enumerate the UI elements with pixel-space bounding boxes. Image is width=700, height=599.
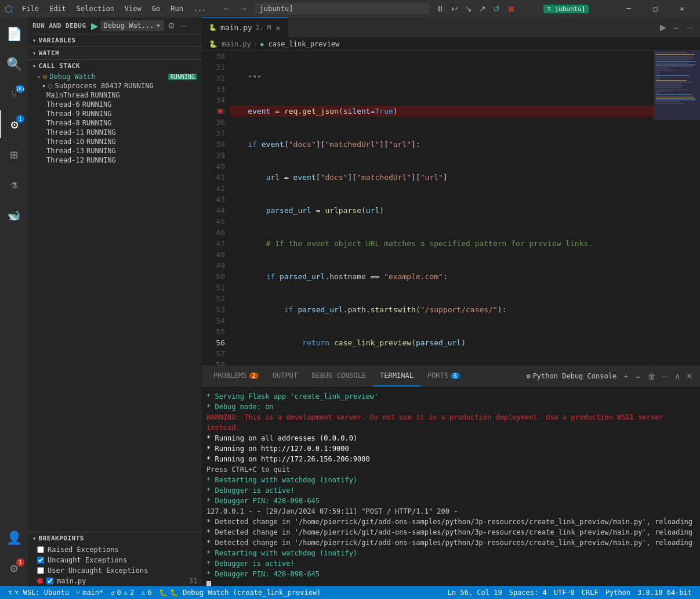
panel-tab-debug-console[interactable]: DEBUG CONSOLE bbox=[304, 366, 373, 387]
nav-back-button[interactable]: ← bbox=[220, 2, 234, 15]
thread12-item[interactable]: Thread-12 RUNNING bbox=[28, 156, 202, 165]
activity-settings[interactable]: ⚙ 1 bbox=[0, 554, 28, 582]
line-number: 32 bbox=[206, 73, 225, 84]
panel-close-button[interactable]: ✕ bbox=[684, 370, 695, 382]
panel-tab-output[interactable]: OUTPUT bbox=[266, 366, 304, 387]
sync-status[interactable]: ↺ 0 ⚠ 2 bbox=[107, 586, 137, 599]
debug-stop-button[interactable]: ⏹ bbox=[505, 3, 517, 15]
file-menu[interactable]: File bbox=[17, 3, 43, 14]
split-terminal-button[interactable]: ⫠ bbox=[632, 370, 644, 382]
edit-menu[interactable]: Edit bbox=[45, 3, 71, 14]
activity-source-control[interactable]: ⑂ 1K+ bbox=[0, 80, 28, 108]
terminal-line-11: 127.0.0.1 - - [29/Jan/2024 07:59:11] "PO… bbox=[206, 506, 695, 517]
arch-status[interactable]: 3.8.10 64-bit bbox=[634, 586, 695, 599]
search-icon: 🔍 bbox=[6, 57, 22, 71]
tab-badge: 2, M bbox=[256, 24, 271, 31]
activity-bottom: 👤 ⚙ 1 bbox=[0, 524, 28, 586]
raised-exceptions-item[interactable]: Raised Exceptions bbox=[28, 544, 202, 555]
run-menu[interactable]: Run bbox=[166, 3, 188, 14]
run-split-button[interactable]: ▶ bbox=[658, 21, 669, 33]
activity-extensions[interactable]: ⊞ bbox=[0, 140, 28, 168]
maximize-button[interactable]: □ bbox=[642, 0, 669, 17]
user-uncaught-checkbox[interactable] bbox=[37, 567, 44, 574]
breadcrumb-function[interactable]: ◈ case_link_preview bbox=[260, 40, 339, 48]
split-editor-button[interactable]: ⫠ bbox=[670, 21, 683, 33]
call-stack-root[interactable]: ▾ ⚙ Debug Watch RUNNING bbox=[28, 72, 202, 81]
panel-chevron-up-button[interactable]: ∧ bbox=[672, 370, 683, 382]
debug-status[interactable]: 🐛 🐛 Debug Watch (create_link_preview) bbox=[155, 586, 325, 599]
subprocess-item[interactable]: ▾ ○ Subprocess 80437 RUNNING bbox=[28, 81, 202, 91]
activity-docker[interactable]: 🐋 bbox=[0, 201, 28, 229]
more-menus[interactable]: ... bbox=[189, 3, 211, 14]
address-bar[interactable]: jubuntu] bbox=[255, 3, 429, 15]
trash-button[interactable]: 🗑 bbox=[645, 370, 658, 382]
thread10-item[interactable]: Thread-10 RUNNING bbox=[28, 137, 202, 146]
error-icon: ⚠ bbox=[141, 589, 145, 597]
variables-collapse-icon: ▾ bbox=[32, 37, 37, 44]
mainthread-name: MainThread bbox=[46, 91, 88, 99]
editor-tab-main[interactable]: 🐍 main.py 2, M ✕ bbox=[202, 17, 288, 38]
panel-tab-terminal[interactable]: TERMINAL bbox=[373, 366, 420, 387]
debug-step-into-button[interactable]: ↘ bbox=[463, 3, 474, 15]
menu-bar: File Edit Selection View Go Run ... bbox=[17, 3, 211, 14]
close-button[interactable]: ✕ bbox=[669, 0, 695, 17]
debug-config-select[interactable]: Debug Wat... ▾ bbox=[100, 20, 164, 31]
nav-forward-button[interactable]: → bbox=[237, 2, 251, 15]
remote-status[interactable]: ⌥ ⌥ WSL: Ubuntu bbox=[5, 586, 72, 599]
mainpy-breakpoint-item[interactable]: main.py 31 bbox=[28, 576, 202, 586]
minimize-button[interactable]: ─ bbox=[615, 0, 642, 17]
activity-explorer[interactable]: 📄 bbox=[0, 20, 28, 48]
code-editor[interactable]: 30 31 32 33 34 35 36 37 38 39 40 41 42 4… bbox=[202, 50, 700, 366]
activity-debug[interactable]: ⚙ 1 bbox=[0, 110, 28, 138]
branch-status[interactable]: ⑂ main* bbox=[72, 586, 107, 599]
variables-header[interactable]: ▾ VARIABLES bbox=[28, 34, 202, 46]
activity-test[interactable]: ⚗ bbox=[0, 171, 28, 199]
encoding-status[interactable]: UTF-8 bbox=[550, 586, 578, 599]
watch-header[interactable]: ▾ WATCH bbox=[28, 47, 202, 59]
breakpoints-header[interactable]: ▾ BREAKPOINTS bbox=[28, 532, 202, 544]
thread6-item[interactable]: Thread-6 RUNNING bbox=[28, 100, 202, 109]
breakpoints-collapse-icon: ▾ bbox=[32, 535, 37, 542]
mainthread-item[interactable]: MainThread RUNNING bbox=[28, 91, 202, 100]
language-status[interactable]: Python bbox=[602, 586, 634, 599]
breadcrumb-file[interactable]: 🐍 main.py bbox=[209, 40, 251, 48]
activity-account[interactable]: 👤 bbox=[0, 524, 28, 551]
ports-label: PORTS bbox=[427, 371, 448, 380]
uncaught-exceptions-item[interactable]: Uncaught Exceptions bbox=[28, 555, 202, 565]
raised-exceptions-checkbox[interactable] bbox=[37, 546, 44, 553]
errors-status[interactable]: ⚠ 6 bbox=[137, 586, 155, 599]
debug-step-out-button[interactable]: ↗ bbox=[477, 3, 488, 15]
thread9-item[interactable]: Thread-9 RUNNING bbox=[28, 109, 202, 118]
line-ending-text: CRLF bbox=[582, 589, 599, 597]
mainpy-checkbox[interactable] bbox=[46, 578, 53, 584]
watch-collapse-icon: ▾ bbox=[32, 50, 37, 56]
thread8-item[interactable]: Thread-8 RUNNING bbox=[28, 118, 202, 128]
user-uncaught-item[interactable]: User Uncaught Exceptions bbox=[28, 565, 202, 576]
panel-tab-ports[interactable]: PORTS 6 bbox=[420, 366, 467, 387]
view-menu[interactable]: View bbox=[120, 3, 146, 14]
thread13-item[interactable]: Thread-13 RUNNING bbox=[28, 146, 202, 156]
debug-pause-button[interactable]: ⏸ bbox=[434, 3, 447, 15]
add-terminal-button[interactable]: + bbox=[621, 370, 630, 382]
selection-menu[interactable]: Selection bbox=[72, 3, 119, 14]
remote-badge[interactable]: ⌥ jubuntu] bbox=[543, 5, 589, 13]
debug-settings-button[interactable]: ⚙ bbox=[166, 20, 176, 31]
position-status[interactable]: Ln 56, Col 19 bbox=[444, 586, 506, 599]
terminal-content[interactable]: * Serving Flask app 'create_link_preview… bbox=[202, 387, 700, 586]
editor-more-button[interactable]: ··· bbox=[684, 21, 695, 33]
thread11-item[interactable]: Thread-11 RUNNING bbox=[28, 128, 202, 137]
debug-more-button[interactable]: ··· bbox=[179, 20, 188, 31]
debug-restart-button[interactable]: ↺ bbox=[491, 3, 502, 15]
uncaught-exceptions-checkbox[interactable] bbox=[37, 557, 44, 564]
debug-step-over-button[interactable]: ↩ bbox=[449, 3, 460, 15]
start-debug-button[interactable]: ▶ bbox=[91, 20, 98, 31]
panel-more-button[interactable]: ··· bbox=[659, 370, 671, 382]
terminal-cursor-line bbox=[206, 579, 695, 586]
go-menu[interactable]: Go bbox=[147, 3, 165, 14]
panel-tab-problems[interactable]: PROBLEMS 2 bbox=[206, 366, 266, 387]
spaces-status[interactable]: Spaces: 4 bbox=[506, 586, 550, 599]
activity-search[interactable]: 🔍 bbox=[0, 50, 28, 78]
line-ending-status[interactable]: CRLF bbox=[578, 586, 602, 599]
call-stack-header[interactable]: ▾ CALL STACK bbox=[28, 60, 202, 72]
tab-close-button[interactable]: ✕ bbox=[275, 23, 280, 33]
